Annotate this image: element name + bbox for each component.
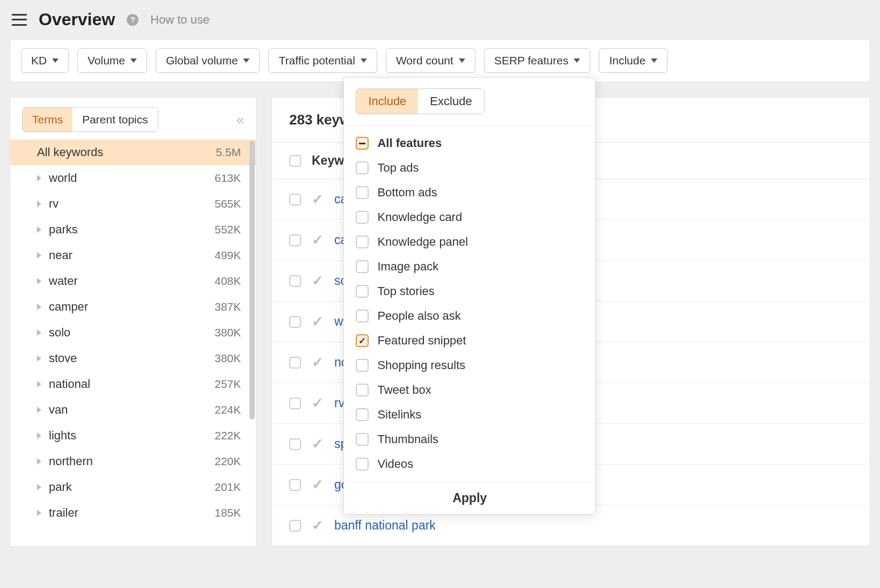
sidebar-item-count: 201K [215,481,241,494]
sidebar-item-all-keywords[interactable]: All keywords 5.5M [10,139,256,165]
sidebar-item-count: 408K [215,275,241,288]
checkbox-icon[interactable] [356,285,369,298]
checkbox-checked-icon[interactable] [356,334,369,347]
menu-icon[interactable] [12,14,27,26]
checkbox-icon[interactable] [356,310,369,322]
sidebar-item[interactable]: stove380K [10,346,256,371]
how-to-use-link[interactable]: How to use [150,13,209,27]
row-checkbox[interactable] [289,234,301,246]
row-checkbox[interactable] [289,194,301,205]
sidebar-item[interactable]: park201K [10,474,256,500]
row-checkbox[interactable] [289,357,301,369]
row-checkbox[interactable] [289,275,301,287]
feature-row[interactable]: Featured snippet [356,328,583,353]
sidebar-item-label: park [49,480,215,494]
tab-terms[interactable]: Terms [23,108,72,131]
row-checkbox[interactable] [289,316,301,328]
sidebar-item-count: 565K [215,197,241,210]
feature-row[interactable]: Videos [356,452,583,476]
tab-parent-topics[interactable]: Parent topics [72,108,158,131]
help-icon[interactable]: ? [127,14,138,26]
sidebar-item-label: parks [49,223,215,237]
checkbox-icon[interactable] [356,236,369,248]
feature-row[interactable]: Top stories [356,279,583,304]
feature-row[interactable]: Top ads [356,156,583,180]
sidebar-item-count: 499K [215,249,241,262]
sidebar-item[interactable]: rv565K [10,191,256,217]
checkbox-icon[interactable] [356,384,369,396]
exclude-tab[interactable]: Exclude [418,89,483,114]
sidebar-item-count: 5.5M [216,146,241,159]
feature-row[interactable]: Tweet box [356,378,583,402]
chevron-right-icon [37,278,41,284]
row-checkbox[interactable] [289,438,301,450]
checkbox-icon[interactable] [356,359,369,372]
feature-row[interactable]: Knowledge panel [356,230,583,254]
feature-row[interactable]: Shopping results [356,353,583,378]
all-features-row[interactable]: All features [356,131,583,156]
check-icon: ✓ [312,395,324,411]
checkbox-icon[interactable] [356,260,369,273]
sidebar-item-label: near [49,248,215,262]
sidebar-item[interactable]: national257K [10,371,256,397]
checkbox-indeterminate-icon[interactable] [356,137,369,150]
sidebar-item[interactable]: parks552K [10,217,256,242]
feature-label: Videos [377,457,413,471]
feature-row[interactable]: Thumbnails [356,427,583,452]
feature-row[interactable]: Image pack [356,254,583,279]
filter-global-volume-label: Global volume [166,54,238,67]
sidebar-item-count: 552K [215,223,241,236]
feature-label: Tweet box [377,383,431,397]
filter-include-label: Include [609,54,646,67]
feature-label: Knowledge card [377,210,462,224]
collapse-sidebar-icon[interactable]: « [237,112,244,128]
filter-traffic-potential[interactable]: Traffic potential [268,48,377,73]
sidebar-item[interactable]: camper387K [10,294,256,320]
check-icon: ✓ [312,313,324,330]
apply-button[interactable]: Apply [344,482,595,514]
sidebar-item[interactable]: van224K [10,397,256,423]
chevron-right-icon [37,175,41,181]
checkbox-icon[interactable] [356,408,369,421]
checkbox-icon[interactable] [356,458,369,471]
checkbox-icon[interactable] [356,186,369,199]
keyword-link[interactable]: banff national park [334,518,436,533]
feature-row[interactable]: Bottom ads [356,180,583,205]
row-checkbox[interactable] [289,479,301,491]
filter-serp-features-label: SERP features [494,54,569,67]
sidebar-item[interactable]: near499K [10,242,256,268]
checkbox-icon[interactable] [356,161,369,174]
row-checkbox[interactable] [289,520,301,532]
sidebar-item[interactable]: water408K [10,268,256,294]
filter-volume-label: Volume [87,54,125,67]
scrollbar[interactable] [250,141,255,420]
feature-label: Top stories [377,284,434,298]
sidebar-item[interactable]: northern220K [10,449,256,474]
filter-word-count[interactable]: Word count [386,48,475,73]
sidebar-item[interactable]: trailer185K [10,500,256,526]
filter-volume[interactable]: Volume [77,48,147,73]
sidebar-item-count: 185K [215,506,241,519]
include-tab[interactable]: Include [356,89,418,114]
feature-row[interactable]: People also ask [356,304,583,328]
sidebar-item[interactable]: lights222K [10,423,256,449]
filter-serp-features[interactable]: SERP features [484,48,591,73]
sidebar-item[interactable]: world613K [10,165,256,191]
filter-include[interactable]: Include [599,48,668,73]
sidebar-item-count: 613K [215,172,241,185]
chevron-down-icon [651,58,657,63]
check-icon: ✓ [312,191,324,208]
checkbox-icon[interactable] [356,433,369,446]
sidebar-item-label: trailer [49,506,215,520]
filter-kd-label: KD [31,54,47,67]
feature-label: Shopping results [377,358,465,372]
select-all-checkbox[interactable] [289,155,301,167]
feature-row[interactable]: Sitelinks [356,402,583,427]
filter-kd[interactable]: KD [21,48,69,73]
row-checkbox[interactable] [289,398,301,409]
feature-label: People also ask [377,309,460,323]
feature-row[interactable]: Knowledge card [356,205,583,230]
filter-global-volume[interactable]: Global volume [156,48,260,73]
checkbox-icon[interactable] [356,211,369,224]
sidebar-item[interactable]: solo380K [10,320,256,346]
